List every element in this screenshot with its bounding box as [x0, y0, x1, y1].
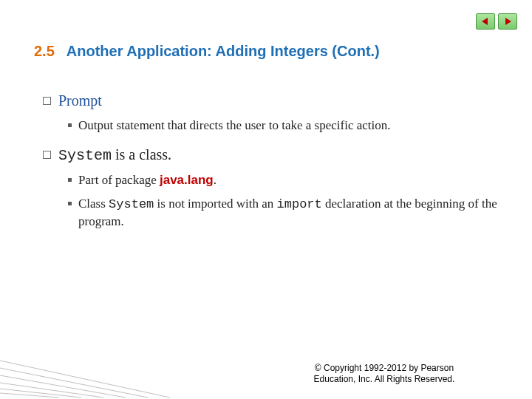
copyright-footer: © Copyright 1992-2012 by Pearson Educati…	[281, 363, 488, 386]
triangle-right-icon	[503, 17, 512, 26]
slide-title: 2.5 Another Application: Adding Integers…	[34, 43, 380, 60]
section-heading: Another Application: Adding Integers (Co…	[66, 43, 380, 59]
list-item: Output statement that directs the user t…	[68, 117, 502, 134]
content-area: Prompt Output statement that directs the…	[43, 92, 502, 242]
code-text: System	[58, 147, 112, 164]
list-item: Prompt	[43, 92, 502, 109]
code-text: System	[109, 197, 154, 211]
small-square-bullet-icon	[68, 178, 72, 182]
next-button[interactable]	[498, 13, 517, 30]
list-item: System is a class.	[43, 146, 502, 164]
svg-marker-1	[505, 18, 511, 25]
decorative-lines-icon	[0, 347, 192, 399]
bullet-text: Part of package java.lang.	[78, 171, 216, 189]
copyright-line: © Copyright 1992-2012 by Pearson	[281, 363, 488, 375]
svg-line-2	[0, 361, 170, 398]
nav-buttons	[476, 13, 517, 30]
bullet-text: Output statement that directs the user t…	[78, 117, 391, 134]
prev-button[interactable]	[476, 13, 495, 30]
svg-line-6	[0, 389, 81, 398]
svg-line-3	[0, 368, 148, 398]
svg-line-4	[0, 375, 126, 398]
svg-line-5	[0, 383, 103, 398]
triangle-left-icon	[481, 17, 490, 26]
square-bullet-icon	[43, 97, 51, 105]
square-bullet-icon	[43, 151, 51, 159]
list-item: Class System is not imported with an imp…	[68, 195, 502, 231]
bullet-text: Prompt	[58, 92, 102, 109]
svg-line-7	[0, 393, 59, 398]
prompt-term: Prompt	[58, 92, 102, 109]
code-text: import	[277, 197, 322, 211]
copyright-line: Education, Inc. All Rights Reserved.	[281, 374, 488, 386]
small-square-bullet-icon	[68, 123, 72, 127]
bullet-text: System is a class.	[58, 146, 171, 164]
bullet-text: Class System is not imported with an imp…	[78, 195, 502, 231]
section-number: 2.5	[34, 43, 55, 59]
small-square-bullet-icon	[68, 202, 72, 205]
package-name: java.lang	[160, 173, 214, 187]
list-item: Part of package java.lang.	[68, 171, 502, 189]
svg-marker-0	[482, 18, 488, 25]
